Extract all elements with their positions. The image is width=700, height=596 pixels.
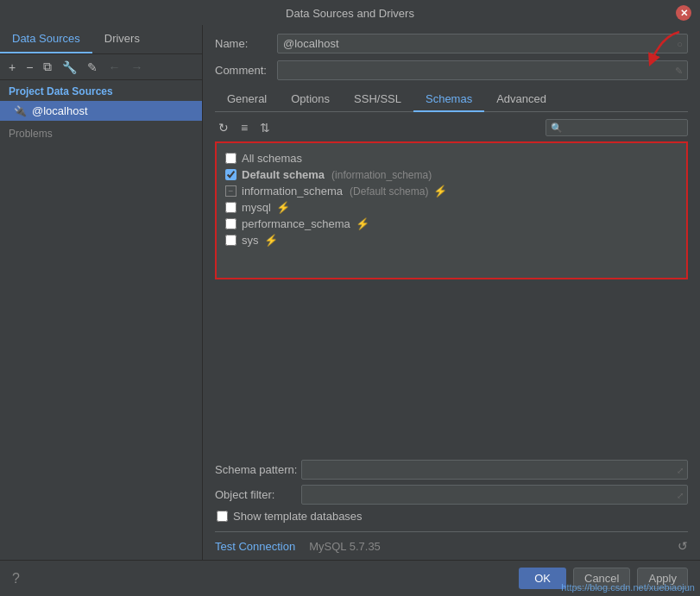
expand-object-filter-icon: ⤢: [677, 490, 684, 499]
name-row: Name: ○: [215, 34, 688, 53]
watermark: https://blog.csdn.net/xuebiaojun: [561, 582, 695, 593]
dialog-wrapper: Data Sources and Drivers ✕ Data Sources …: [0, 0, 700, 596]
close-button[interactable]: ✕: [676, 5, 691, 21]
tab-advanced[interactable]: Advanced: [484, 87, 558, 112]
schema-name-information: information_schema: [242, 185, 343, 198]
schema-item-information: − information_schema (Default schema) ⚡: [225, 183, 678, 199]
comment-input-wrapper: ✎: [277, 60, 688, 80]
tab-data-sources[interactable]: Data Sources: [0, 25, 92, 53]
comment-input-icon: ✎: [675, 65, 683, 76]
schema-item-performance: performance_schema ⚡: [225, 216, 678, 232]
schema-pattern-row: Schema pattern: ⤢: [215, 460, 688, 480]
schema-item-all: All schemas: [225, 150, 678, 166]
checkbox-mysql[interactable]: [225, 202, 236, 213]
name-input-wrapper: ○: [277, 34, 688, 53]
bottom-action-row: Test Connection MySQL 5.7.35 ↺: [215, 531, 688, 553]
comment-row: Comment: ✎: [215, 60, 688, 80]
schema-pattern-label: Schema pattern:: [215, 463, 301, 476]
right-panel: Name: ○ Comment: ✎: [203, 25, 700, 560]
test-connection-button[interactable]: Test Connection: [215, 540, 295, 553]
comment-label: Comment:: [215, 64, 277, 77]
search-wrapper: 🔍: [545, 119, 688, 136]
ok-button[interactable]: OK: [519, 568, 566, 589]
align-left-button[interactable]: ≡: [237, 119, 251, 136]
lightning-information: ⚡: [433, 185, 447, 198]
bottom-fields: Schema pattern: ⤢ Object filter: ⤢ Show: [215, 460, 688, 560]
schema-name-default: Default schema: [242, 168, 325, 181]
schema-box: All schemas Default schema (information_…: [215, 141, 688, 279]
lightning-mysql: ⚡: [276, 201, 290, 214]
tabs-row: General Options SSH/SSL Schemas Advanced: [215, 87, 688, 112]
tab-options[interactable]: Options: [279, 87, 342, 112]
checkbox-performance-schema[interactable]: [225, 218, 236, 229]
object-filter-row: Object filter: ⤢: [215, 485, 688, 505]
checkbox-default-schema[interactable]: [225, 169, 236, 180]
datasource-localhost[interactable]: 🔌 @localhost: [0, 101, 202, 121]
schema-item-mysql: mysql ⚡: [225, 199, 678, 216]
title-bar: Data Sources and Drivers ✕: [0, 0, 700, 25]
add-datasource-button[interactable]: +: [5, 59, 19, 76]
refresh-schemas-button[interactable]: ↻: [215, 119, 232, 136]
show-template-row: Show template databases: [215, 510, 688, 523]
left-panel: Data Sources Drivers + − ⧉ 🔧 ✎ ← → Proje…: [0, 25, 203, 560]
search-icon: 🔍: [551, 122, 563, 134]
refresh-icon[interactable]: ↺: [678, 539, 688, 553]
forward-button[interactable]: →: [127, 59, 146, 76]
wrench-button[interactable]: 🔧: [59, 59, 80, 76]
schema-name-mysql: mysql: [242, 201, 271, 214]
left-toolbar: + − ⧉ 🔧 ✎ ← →: [0, 54, 202, 80]
name-input-icon: ○: [677, 39, 683, 49]
checkbox-all-schemas[interactable]: [225, 153, 236, 164]
schema-item-sys: sys ⚡: [225, 232, 678, 248]
object-filter-input[interactable]: [301, 485, 688, 505]
show-template-label: Show template databases: [233, 510, 363, 523]
comment-input[interactable]: [277, 60, 688, 80]
lightning-sys: ⚡: [264, 234, 278, 247]
schema-item-default: Default schema (information_schema): [225, 166, 678, 183]
schema-sub-information: (Default schema): [350, 185, 428, 198]
schema-name-all: All schemas: [242, 152, 302, 165]
help-icon[interactable]: ?: [12, 571, 20, 587]
project-data-sources-header: Project Data Sources: [0, 80, 202, 101]
schema-toolbar: ↻ ≡ ⇅ 🔍: [215, 119, 688, 136]
checkbox-sys[interactable]: [225, 235, 236, 246]
object-filter-label: Object filter:: [215, 488, 301, 501]
schema-pattern-input[interactable]: [301, 460, 688, 480]
copy-datasource-button[interactable]: ⧉: [40, 58, 55, 76]
show-template-checkbox[interactable]: [217, 511, 228, 522]
schema-search-input[interactable]: [565, 122, 683, 134]
tab-sshssl[interactable]: SSH/SSL: [342, 87, 413, 112]
name-label: Name:: [215, 37, 277, 50]
expand-schema-pattern-icon: ⤢: [677, 465, 684, 474]
problems-section: Problems: [0, 121, 202, 147]
problems-label: Problems: [9, 128, 53, 140]
schema-sub-default: (information_schema): [331, 169, 432, 181]
dialog-title: Data Sources and Drivers: [286, 7, 414, 20]
remove-datasource-button[interactable]: −: [22, 59, 36, 76]
db-version-label: MySQL 5.7.35: [309, 540, 381, 553]
expand-button[interactable]: ⇅: [256, 119, 274, 136]
main-layout: Data Sources Drivers + − ⧉ 🔧 ✎ ← → Proje…: [0, 25, 700, 560]
datasource-name: @localhost: [32, 104, 88, 117]
left-tabs: Data Sources Drivers: [0, 25, 202, 54]
name-input[interactable]: [277, 34, 688, 53]
schema-name-performance: performance_schema: [242, 217, 350, 230]
back-button[interactable]: ←: [104, 59, 123, 76]
tab-schemas[interactable]: Schemas: [413, 87, 484, 112]
schema-pattern-wrapper: ⤢: [301, 460, 688, 480]
tab-general[interactable]: General: [215, 87, 279, 112]
object-filter-wrapper: ⤢: [301, 485, 688, 505]
datasource-icon: 🔌: [14, 105, 27, 117]
minus-check-information: −: [225, 185, 236, 197]
tab-drivers[interactable]: Drivers: [92, 25, 152, 53]
edit-button[interactable]: ✎: [84, 59, 101, 76]
schema-name-sys: sys: [242, 234, 259, 247]
lightning-performance: ⚡: [356, 217, 369, 230]
